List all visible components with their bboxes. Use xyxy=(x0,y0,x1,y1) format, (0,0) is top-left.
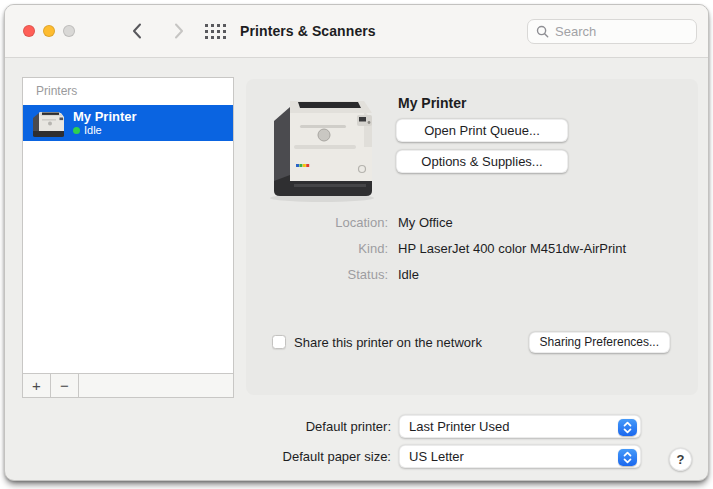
printers-scanners-window: Printers & Scanners Printers xyxy=(4,4,709,481)
options-supplies-button[interactable]: Options & Supplies... xyxy=(396,150,568,173)
info-row-kind: Kind: HP LaserJet 400 color M451dw-AirPr… xyxy=(246,241,698,256)
chevron-left-icon xyxy=(131,22,143,40)
traffic-lights xyxy=(23,25,75,37)
search-input[interactable] xyxy=(555,24,675,39)
printer-item-name: My Printer xyxy=(73,109,137,124)
help-button[interactable]: ? xyxy=(669,448,692,471)
default-printer-label: Default printer: xyxy=(246,415,391,438)
status-label: Status: xyxy=(246,267,388,282)
open-print-queue-button[interactable]: Open Print Queue... xyxy=(396,119,568,142)
default-printer-value: Last Printer Used xyxy=(409,419,509,434)
zoom-window-button[interactable] xyxy=(63,25,75,37)
default-paper-size-row: Default paper size: US Letter xyxy=(5,445,710,468)
window-title: Printers & Scanners xyxy=(240,23,376,39)
close-window-button[interactable] xyxy=(23,25,35,37)
search-icon xyxy=(536,25,549,38)
popup-chevrons-icon xyxy=(618,449,637,466)
kind-value: HP LaserJet 400 color M451dw-AirPrint xyxy=(398,241,626,256)
status-value: Idle xyxy=(398,267,419,282)
printer-item-status: Idle xyxy=(73,124,137,137)
printer-thumbnail-icon xyxy=(29,108,67,138)
printer-list-item-selected[interactable]: My Printer Idle xyxy=(23,105,233,141)
default-paper-size-select[interactable]: US Letter xyxy=(399,445,641,468)
forward-button[interactable] xyxy=(169,20,189,42)
printer-detail-panel: My Printer Open Print Queue... Options &… xyxy=(246,79,698,395)
printer-item-status-text: Idle xyxy=(84,124,102,137)
show-all-preferences-grid-icon[interactable] xyxy=(205,24,226,39)
search-field[interactable] xyxy=(527,19,697,44)
add-printer-button[interactable]: + xyxy=(23,374,51,397)
remove-printer-button[interactable]: − xyxy=(51,374,79,397)
popup-chevrons-icon xyxy=(618,419,637,436)
minimize-window-button[interactable] xyxy=(43,25,55,37)
share-printer-checkbox[interactable] xyxy=(272,335,286,349)
printer-list: My Printer Idle xyxy=(23,105,233,373)
sidebar-header: Printers xyxy=(23,78,233,105)
info-row-location: Location: My Office xyxy=(246,215,698,230)
sidebar-bottom-bar: + − xyxy=(23,373,233,397)
detail-printer-name: My Printer xyxy=(398,95,466,111)
chevron-right-icon xyxy=(173,22,185,40)
info-row-status: Status: Idle xyxy=(246,267,698,282)
nav-buttons xyxy=(127,20,189,42)
toolbar: Printers & Scanners xyxy=(5,5,708,58)
printer-photo xyxy=(260,87,384,205)
location-value: My Office xyxy=(398,215,453,230)
printer-info: Location: My Office Kind: HP LaserJet 40… xyxy=(246,215,698,293)
default-printer-select[interactable]: Last Printer Used xyxy=(399,415,641,438)
default-paper-size-label: Default paper size: xyxy=(246,445,391,468)
share-printer-label: Share this printer on the network xyxy=(294,335,482,350)
default-paper-size-value: US Letter xyxy=(409,449,464,464)
status-green-dot-icon xyxy=(73,127,80,134)
kind-label: Kind: xyxy=(246,241,388,256)
location-label: Location: xyxy=(246,215,388,230)
share-printer-row: Share this printer on the network Sharin… xyxy=(272,331,670,353)
default-printer-row: Default printer: Last Printer Used xyxy=(5,415,710,438)
back-button[interactable] xyxy=(127,20,147,42)
printer-item-text: My Printer Idle xyxy=(73,109,137,137)
printers-sidebar: Printers My Printer Idle xyxy=(22,77,234,398)
sharing-preferences-button[interactable]: Sharing Preferences... xyxy=(529,332,670,353)
